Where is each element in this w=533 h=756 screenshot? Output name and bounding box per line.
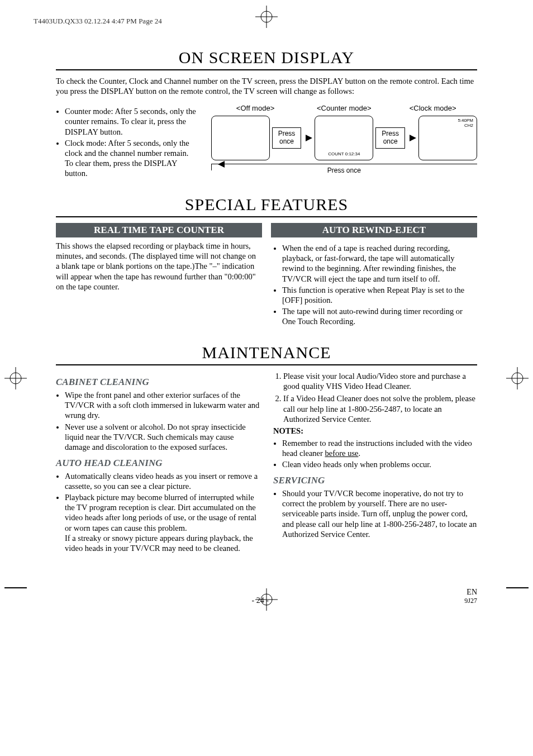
are-bullet: The tape will not auto-rewind during tim… — [282, 306, 477, 326]
display-mode-diagram: <Off mode> <Counter mode> <Clock mode> P… — [211, 104, 477, 179]
servicing-bullet: Should your TV/VCR become inoperative, d… — [282, 488, 477, 539]
mode-label: <Counter mode> — [299, 104, 388, 112]
cabinet-bullet: Wipe the front panel and other exterior … — [65, 390, 260, 420]
crop-mark-icon — [4, 587, 27, 588]
press-label: Pressonce — [272, 127, 302, 149]
are-bullet: This function is operative when Repeat P… — [282, 285, 477, 305]
lang-code: EN — [467, 588, 477, 596]
notes-label: NOTES: — [273, 426, 477, 436]
press-once-return: Press once — [211, 164, 477, 174]
osd-bullet: Clock mode: After 5 seconds, only the cl… — [65, 138, 198, 179]
press-label: Pressonce — [375, 127, 405, 149]
subsection-heading: REAL TIME TAPE COUNTER — [56, 223, 262, 237]
arrow-right-icon — [410, 135, 416, 141]
maint-step: Please visit your local Audio/Video stor… — [283, 371, 477, 391]
section-title: MAINTENANCE — [56, 343, 477, 362]
divider — [56, 69, 477, 70]
subsection-heading: SERVICING — [273, 475, 477, 486]
rtc-body: This shows the elapsed recording or play… — [56, 241, 260, 292]
crop-mark-icon — [506, 587, 529, 588]
subsection-heading: CABINET CLEANING — [56, 377, 260, 388]
clock-readout: 5:40PMCH2 — [422, 118, 473, 129]
mode-label: <Clock mode> — [388, 104, 477, 112]
counter-readout: COUNT 0:12:34 — [315, 151, 373, 156]
tv-screen-clock: 5:40PMCH2 — [418, 116, 477, 160]
arrow-left-icon — [218, 161, 225, 168]
registration-mark-icon — [255, 6, 278, 28]
autohead-tail: If a streaky or snowy picture appears du… — [65, 533, 260, 553]
doc-code: 9J27 — [464, 597, 477, 605]
notes-bullet: Remember to read the instructions includ… — [282, 438, 477, 458]
divider — [56, 364, 477, 365]
osd-intro: To check the Counter, Clock and Channel … — [56, 76, 477, 96]
section-title: ON SCREEN DISPLAY — [56, 48, 477, 67]
are-bullet: When the end of a tape is reached during… — [282, 243, 477, 284]
subsection-heading: AUTO HEAD CLEANING — [56, 458, 260, 469]
registration-mark-icon — [4, 367, 27, 389]
arrow-right-icon — [306, 135, 312, 141]
tv-screen-counter: COUNT 0:12:34 — [315, 116, 373, 160]
subsection-heading: AUTO REWIND-EJECT — [271, 223, 477, 237]
osd-bullet: Counter mode: After 5 seconds, only the … — [65, 106, 198, 136]
autohead-bullet: Automatically cleans video heads as you … — [65, 471, 260, 491]
autohead-bullet: Playback picture may become blurred of i… — [65, 492, 260, 553]
registration-mark-icon — [506, 367, 529, 389]
tv-screen-off — [211, 116, 270, 160]
notes-bullet: Clean video heads only when problems occ… — [282, 459, 477, 469]
mode-label: <Off mode> — [211, 104, 300, 112]
registration-mark-icon — [255, 588, 278, 611]
section-title: SPECIAL FEATURES — [56, 195, 477, 214]
maint-step: If a Video Head Cleaner does not solve t… — [283, 393, 477, 424]
cabinet-bullet: Never use a solvent or alcohol. Do not s… — [65, 422, 260, 452]
divider — [56, 216, 477, 217]
